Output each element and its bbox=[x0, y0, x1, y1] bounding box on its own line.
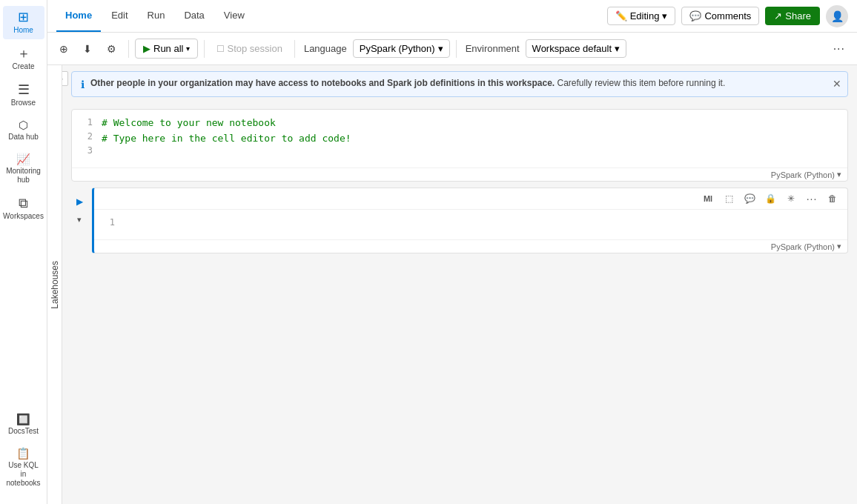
info-icon: ℹ bbox=[81, 79, 85, 90]
main-area: Home Edit Run Data View ✏️ Editing ▾ 💬 C… bbox=[47, 0, 857, 504]
cell-expand-button[interactable]: ▾ bbox=[71, 211, 87, 228]
lakehouses-panel[interactable]: Lakehouses bbox=[47, 65, 62, 504]
cell-1-body: 1 2 3 # Welcome to your new notebook # T… bbox=[72, 110, 847, 168]
cell-format-button[interactable]: ⬚ bbox=[720, 190, 738, 208]
chevron-down-small-icon: ▾ bbox=[77, 215, 82, 225]
cell-2-gutter: 1 bbox=[94, 216, 124, 233]
chevron-left-icon: » bbox=[62, 75, 63, 83]
cell-1-line-3 bbox=[102, 147, 847, 162]
monitoring-icon: 📈 bbox=[16, 153, 30, 165]
workspaces-icon: ⧉ bbox=[19, 196, 28, 210]
cell-2-header: Ml ⬚ 💬 🔒 ✳ bbox=[94, 188, 847, 210]
separator-2 bbox=[204, 40, 205, 58]
cell-1-line-1: # Welcome to your new notebook bbox=[102, 116, 847, 131]
cell-play-icon: ▶ bbox=[76, 196, 83, 207]
ml-icon: Ml bbox=[704, 194, 712, 203]
avatar-icon: 👤 bbox=[831, 10, 844, 22]
tab-data[interactable]: Data bbox=[175, 0, 213, 32]
sidebar-item-create[interactable]: ＋ Create bbox=[3, 42, 44, 76]
info-banner: ℹ Other people in your organization may … bbox=[71, 71, 848, 97]
cells-container: 1 2 3 # Welcome to your new notebook # T… bbox=[62, 103, 857, 259]
cell-comment-button[interactable]: 💬 bbox=[741, 190, 758, 208]
avatar[interactable]: 👤 bbox=[826, 5, 848, 27]
tab-view[interactable]: View bbox=[215, 0, 254, 32]
lang-chevron-icon: ▾ bbox=[438, 43, 443, 54]
format-icon: ⬚ bbox=[725, 193, 733, 204]
cell-2-lang-chevron-icon: ▾ bbox=[837, 242, 841, 251]
cell-1-gutter: 1 2 3 bbox=[72, 116, 102, 162]
sidebar-item-monitoring[interactable]: 📈 Monitoring hub bbox=[3, 149, 44, 189]
cell-1: 1 2 3 # Welcome to your new notebook # T… bbox=[71, 109, 848, 182]
stop-session-button[interactable]: ☐ Stop session bbox=[211, 40, 288, 57]
docstest-icon: 🔲 bbox=[16, 414, 30, 425]
environment-selector[interactable]: Workspace default ▾ bbox=[526, 39, 626, 58]
lock-icon: 🔒 bbox=[765, 193, 776, 204]
sidebar-item-home[interactable]: ⊞ Home bbox=[3, 6, 44, 39]
comment-cell-icon: 💬 bbox=[744, 193, 755, 204]
separator-3 bbox=[294, 40, 295, 58]
gear-icon: ⚙ bbox=[107, 43, 116, 55]
stop-icon: ☐ bbox=[216, 44, 225, 54]
delete-icon: 🗑 bbox=[828, 193, 837, 204]
add-cell-button[interactable]: ⊕ bbox=[53, 40, 74, 58]
cell-1-footer: PySpark (Python) ▾ bbox=[72, 168, 847, 181]
comments-button[interactable]: 💬 Comments bbox=[681, 7, 759, 25]
cell-2-line-1 bbox=[124, 216, 847, 231]
kql-icon: 📋 bbox=[16, 448, 30, 459]
cell-2-footer: PySpark (Python) ▾ bbox=[94, 239, 847, 253]
language-selector[interactable]: PySpark (Python) ▾ bbox=[353, 39, 450, 58]
cell-2-controls: ▶ ▾ bbox=[71, 188, 87, 228]
cell-1-line-2: # Type here in the cell editor to add co… bbox=[102, 131, 847, 147]
pencil-icon: ✏️ bbox=[615, 10, 627, 21]
cell-run-button[interactable]: ▶ bbox=[71, 193, 87, 210]
comment-icon: 💬 bbox=[689, 10, 701, 21]
save-button[interactable]: ⬇ bbox=[77, 40, 98, 58]
datahub-icon: ⬡ bbox=[19, 119, 28, 130]
env-chevron-icon: ▾ bbox=[615, 43, 620, 54]
environment-label: Environment bbox=[463, 43, 523, 54]
cell-lock-button[interactable]: 🔒 bbox=[761, 190, 779, 208]
toolbar: ⊕ ⬇ ⚙ ▶ Run all ▾ ☐ Stop session Languag… bbox=[47, 33, 857, 65]
cell-2-language[interactable]: PySpark (Python) ▾ bbox=[771, 242, 841, 251]
tab-edit[interactable]: Edit bbox=[102, 0, 136, 32]
notebook-area: » ℹ Other people in your organization ma… bbox=[62, 65, 857, 504]
editing-button[interactable]: ✏️ Editing ▾ bbox=[607, 7, 676, 25]
collapse-sidebar-button[interactable]: » bbox=[62, 71, 68, 86]
cell-lang-chevron-icon: ▾ bbox=[837, 170, 841, 179]
save-icon: ⬇ bbox=[83, 43, 92, 55]
cell-2-content[interactable] bbox=[124, 216, 847, 233]
cell-2-wrapper: ▶ ▾ Ml ⬚ bbox=[71, 188, 848, 253]
play-icon: ▶ bbox=[143, 43, 150, 54]
separator-4 bbox=[456, 40, 457, 58]
share-button[interactable]: ↗ Share bbox=[765, 7, 820, 25]
cell-2-body: 1 bbox=[94, 210, 847, 239]
cell-spark-button[interactable]: ✳ bbox=[782, 190, 800, 208]
banner-close-button[interactable]: ✕ bbox=[833, 78, 841, 90]
create-icon: ＋ bbox=[17, 47, 30, 60]
tab-home[interactable]: Home bbox=[56, 0, 101, 32]
sidebar: ⊞ Home ＋ Create ☰ Browse ⬡ Data hub 📈 Mo… bbox=[0, 0, 47, 504]
settings-button[interactable]: ⚙ bbox=[101, 40, 122, 58]
separator-1 bbox=[128, 40, 129, 58]
sidebar-item-workspaces[interactable]: ⧉ Workspaces bbox=[3, 192, 44, 225]
cell-delete-button[interactable]: 🗑 bbox=[824, 190, 841, 208]
sidebar-item-browse[interactable]: ☰ Browse bbox=[3, 79, 44, 112]
sidebar-item-datahub[interactable]: ⬡ Data hub bbox=[3, 115, 44, 146]
cell-ml-button[interactable]: Ml bbox=[699, 190, 717, 208]
home-icon: ⊞ bbox=[18, 10, 29, 24]
top-nav: Home Edit Run Data View ✏️ Editing ▾ 💬 C… bbox=[47, 0, 857, 33]
sidebar-item-kql[interactable]: 📋 Use KQL in notebooks bbox=[3, 443, 44, 492]
top-nav-right: ✏️ Editing ▾ 💬 Comments ↗ Share 👤 bbox=[607, 5, 848, 27]
more-options-button[interactable]: ··· bbox=[827, 39, 851, 59]
cell-1-content[interactable]: # Welcome to your new notebook # Type he… bbox=[102, 116, 847, 162]
run-all-button[interactable]: ▶ Run all ▾ bbox=[135, 39, 198, 59]
content-area: Lakehouses » ℹ Other people in your orga… bbox=[47, 65, 857, 504]
browse-icon: ☰ bbox=[18, 83, 30, 96]
cell-1-language[interactable]: PySpark (Python) ▾ bbox=[771, 170, 841, 179]
add-cell-icon: ⊕ bbox=[59, 43, 68, 55]
cell-more-icon: ··· bbox=[807, 193, 818, 205]
cell-2: Ml ⬚ 💬 🔒 ✳ bbox=[92, 188, 848, 253]
tab-run[interactable]: Run bbox=[139, 0, 174, 32]
sidebar-item-docstest[interactable]: 🔲 DocsTest bbox=[3, 409, 44, 440]
cell-more-button[interactable]: ··· bbox=[803, 190, 821, 208]
